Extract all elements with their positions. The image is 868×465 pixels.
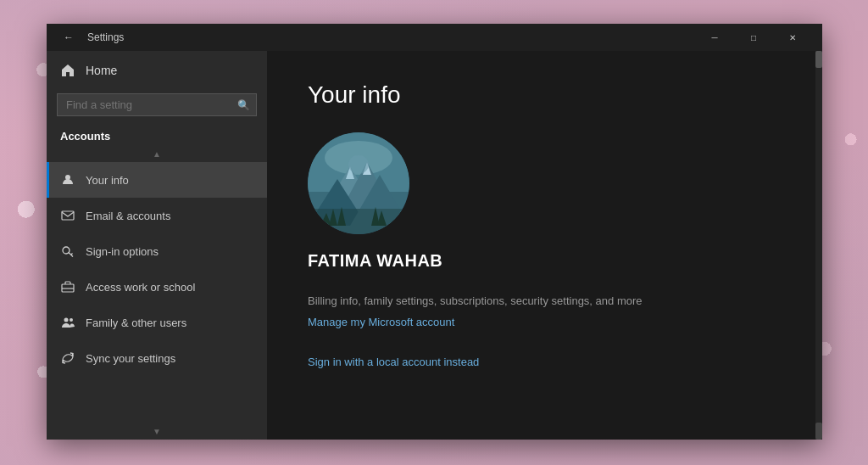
search-input[interactable]	[57, 93, 257, 116]
people-icon	[60, 315, 75, 330]
svg-rect-1	[62, 211, 74, 220]
main-panel: Your info	[267, 51, 822, 440]
sidebar-item-signin-options[interactable]: Sign-in options	[47, 233, 267, 269]
key-icon	[60, 244, 75, 259]
home-icon	[60, 63, 75, 78]
email-accounts-label: Email & accounts	[86, 210, 170, 222]
maximize-button[interactable]: □	[734, 24, 773, 51]
signin-options-label: Sign-in options	[86, 245, 159, 258]
sidebar-item-email-accounts[interactable]: Email & accounts	[47, 198, 267, 233]
scrollbar-thumb-bottom	[815, 423, 822, 440]
work-school-label: Access work or school	[86, 281, 195, 294]
sign-in-local-link[interactable]: Sign in with a local account instead	[308, 356, 479, 368]
settings-window: ← Settings ─ □ ✕ Home 🔍 Ac	[47, 24, 822, 440]
sidebar-home-item[interactable]: Home	[47, 51, 267, 90]
window-content: Home 🔍 Accounts ▲ Your info	[47, 51, 822, 440]
user-avatar[interactable]	[308, 132, 409, 234]
sidebar-item-sync-settings[interactable]: Sync your settings	[47, 340, 267, 376]
minimize-button[interactable]: ─	[695, 24, 734, 51]
sync-icon	[60, 350, 75, 366]
scrollbar-track	[815, 51, 822, 440]
back-icon: ←	[64, 31, 74, 43]
briefcase-icon	[60, 279, 75, 294]
home-label: Home	[86, 64, 117, 77]
svg-rect-22	[308, 209, 409, 234]
svg-point-4	[64, 318, 69, 322]
page-title: Your info	[308, 81, 782, 109]
search-icon: 🔍	[237, 99, 250, 111]
your-info-label: Your info	[86, 174, 129, 187]
sidebar: Home 🔍 Accounts ▲ Your info	[47, 51, 267, 440]
svg-point-5	[70, 318, 73, 322]
scroll-down-indicator: ▼	[47, 423, 267, 440]
sync-settings-label: Sync your settings	[86, 352, 175, 365]
billing-info-text: Billing info, family settings, subscript…	[308, 294, 782, 307]
back-button[interactable]: ←	[57, 25, 81, 49]
close-button[interactable]: ✕	[773, 24, 812, 51]
email-icon	[60, 208, 75, 223]
window-controls: ─ □ ✕	[695, 24, 812, 51]
person-icon	[60, 172, 75, 188]
window-title: Settings	[87, 31, 695, 43]
manage-account-link[interactable]: Manage my Microsoft account	[308, 316, 454, 328]
svg-point-21	[348, 155, 369, 174]
scrollbar-thumb-top	[815, 51, 822, 68]
sidebar-item-your-info[interactable]: Your info	[47, 162, 267, 198]
user-name: FATIMA WAHAB	[308, 251, 782, 271]
family-users-label: Family & other users	[86, 317, 186, 329]
scroll-up-indicator: ▲	[47, 146, 267, 162]
accounts-section-label: Accounts	[47, 123, 267, 146]
sidebar-item-work-school[interactable]: Access work or school	[47, 269, 267, 305]
search-container: 🔍	[57, 93, 257, 116]
titlebar: ← Settings ─ □ ✕	[47, 24, 822, 51]
sidebar-item-family-users[interactable]: Family & other users	[47, 305, 267, 340]
